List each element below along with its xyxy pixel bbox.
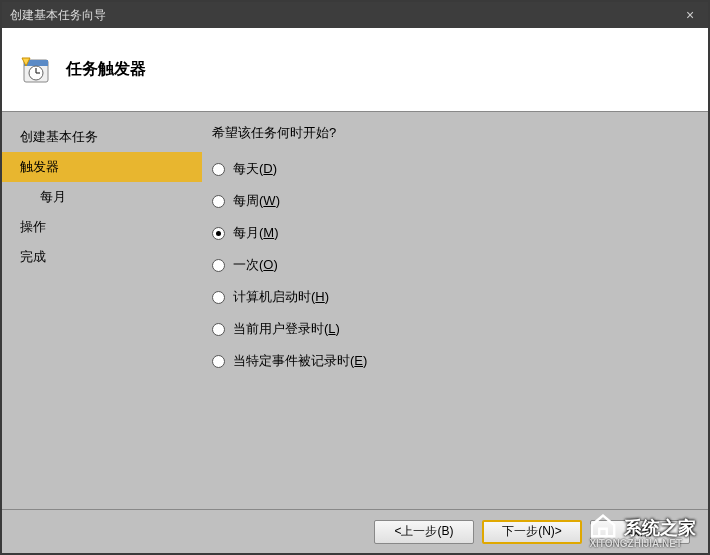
radio-row: 每月(M) (212, 224, 696, 242)
body: 创建基本任务 触发器 每月 操作 完成 希望该任务何时开始? 每天(D)每周(W… (2, 112, 708, 509)
wizard-window: 创建基本任务向导 × 任务触发器 创建基本任务 触发器 每月 操 (0, 0, 710, 555)
radio-label[interactable]: 当前用户登录时(L) (233, 320, 340, 338)
question-label: 希望该任务何时开始? (212, 124, 696, 142)
radio-o[interactable] (212, 259, 225, 272)
cancel-button[interactable]: 取消 (590, 520, 690, 544)
sidebar-item-create[interactable]: 创建基本任务 (2, 122, 202, 152)
sidebar-item-trigger[interactable]: 触发器 (2, 152, 202, 182)
radio-label[interactable]: 每周(W) (233, 192, 280, 210)
radio-label[interactable]: 计算机启动时(H) (233, 288, 329, 306)
radio-row: 计算机启动时(H) (212, 288, 696, 306)
scheduler-icon (20, 54, 52, 86)
radio-row: 当特定事件被记录时(E) (212, 352, 696, 370)
radio-w[interactable] (212, 195, 225, 208)
radio-row: 每天(D) (212, 160, 696, 178)
radio-row: 每周(W) (212, 192, 696, 210)
radio-label[interactable]: 一次(O) (233, 256, 278, 274)
radio-l[interactable] (212, 323, 225, 336)
sidebar: 创建基本任务 触发器 每月 操作 完成 (2, 112, 202, 509)
radio-row: 当前用户登录时(L) (212, 320, 696, 338)
main-panel: 希望该任务何时开始? 每天(D)每周(W)每月(M)一次(O)计算机启动时(H)… (202, 112, 708, 509)
sidebar-item-finish[interactable]: 完成 (2, 242, 202, 272)
content-area: 任务触发器 创建基本任务 触发器 每月 操作 完成 希望该任务何时开始? 每天(… (2, 28, 708, 553)
radio-label[interactable]: 每月(M) (233, 224, 279, 242)
radio-m[interactable] (212, 227, 225, 240)
radio-e[interactable] (212, 355, 225, 368)
header: 任务触发器 (2, 28, 708, 112)
radio-label[interactable]: 每天(D) (233, 160, 277, 178)
titlebar: 创建基本任务向导 × (2, 2, 708, 28)
window-title: 创建基本任务向导 (10, 7, 106, 24)
back-button[interactable]: <上一步(B) (374, 520, 474, 544)
close-icon[interactable]: × (680, 7, 700, 23)
sidebar-item-action[interactable]: 操作 (2, 212, 202, 242)
sidebar-item-monthly[interactable]: 每月 (2, 182, 202, 212)
next-button[interactable]: 下一步(N)> (482, 520, 582, 544)
footer: <上一步(B) 下一步(N)> 取消 (2, 509, 708, 553)
radio-d[interactable] (212, 163, 225, 176)
radio-label[interactable]: 当特定事件被记录时(E) (233, 352, 367, 370)
radio-h[interactable] (212, 291, 225, 304)
page-title: 任务触发器 (66, 59, 146, 80)
radio-row: 一次(O) (212, 256, 696, 274)
